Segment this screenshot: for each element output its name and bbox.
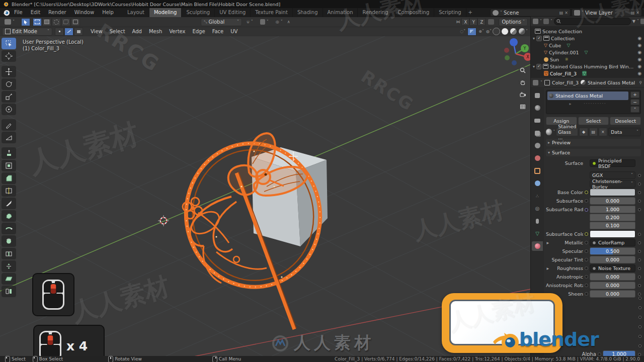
surface-panel-header[interactable]: ▾ Surface: [546, 149, 641, 156]
decorator-dot[interactable]: [638, 353, 641, 356]
tab-view-layer[interactable]: [532, 128, 543, 138]
menu-edge[interactable]: Edge: [189, 29, 208, 34]
xray-toggle[interactable]: [467, 28, 476, 36]
tool-cursor[interactable]: [2, 50, 16, 62]
animate-dot[interactable]: [585, 292, 588, 296]
tab-output[interactable]: [532, 116, 543, 125]
roughness-texture-button[interactable]: Noise Texture: [590, 264, 635, 272]
select-box-button[interactable]: [42, 18, 51, 26]
anisotropic-rotation-slider[interactable]: 0.000: [590, 282, 635, 289]
zoom-icon[interactable]: [518, 66, 527, 75]
expand-icon[interactable]: ▸: [546, 265, 550, 271]
animate-dot[interactable]: [585, 232, 588, 236]
slot-list-grip[interactable]: ▸ ··········: [547, 100, 628, 107]
tab-world[interactable]: [532, 153, 543, 163]
tab-object[interactable]: [532, 166, 543, 175]
mirror-x-button[interactable]: X: [461, 18, 469, 26]
tab-shading[interactable]: Shading: [293, 8, 323, 17]
decorator-dot[interactable]: [638, 335, 641, 338]
menu-file[interactable]: File: [10, 8, 27, 17]
fake-user-shield-button[interactable]: ◆: [579, 128, 588, 136]
tab-material[interactable]: [532, 241, 543, 251]
sheen-slider[interactable]: 0.000: [590, 290, 635, 298]
editor-type-selector[interactable]: ˅: [2, 19, 17, 26]
decorator-dot[interactable]: [638, 250, 641, 253]
mode-dropdown[interactable]: Edit Mode ˅: [2, 28, 52, 36]
new-material-button[interactable]: ▤: [589, 128, 598, 136]
anisotropic-slider[interactable]: 0.000: [590, 273, 635, 281]
animate-dot[interactable]: [585, 241, 588, 244]
menu-select[interactable]: Select: [106, 29, 129, 34]
remove-layer-icon[interactable]: ×: [636, 11, 639, 15]
falloff-icon[interactable]: ∧: [287, 20, 290, 24]
disclosure-icon[interactable]: ▾: [533, 64, 535, 69]
outliner-row-collection[interactable]: ▾ ✓ Collection ◉: [531, 35, 644, 42]
overlays-dropdown[interactable]: ◍˅: [486, 29, 492, 34]
tab-physics[interactable]: ◎: [532, 204, 543, 213]
slot-specials-button[interactable]: ˅: [630, 106, 639, 113]
select-button[interactable]: Select: [578, 117, 609, 125]
add-workspace-button[interactable]: +: [466, 8, 474, 17]
specular-slider[interactable]: 0.500: [590, 247, 635, 255]
radius-y-field[interactable]: 0.200: [590, 214, 635, 221]
material-name-field[interactable]: Stained Glass ...: [556, 128, 578, 136]
tool-measure[interactable]: [2, 132, 16, 143]
unlink-scene-icon[interactable]: ×: [565, 11, 568, 15]
tab-object-data[interactable]: ▽: [532, 229, 543, 238]
animate-dot[interactable]: [585, 266, 588, 270]
select-tweak-button[interactable]: [33, 18, 42, 26]
menu-mesh[interactable]: Mesh: [145, 29, 166, 34]
tool-inset-faces[interactable]: [2, 160, 16, 171]
tab-particles[interactable]: ∴: [532, 191, 543, 201]
view-layer-selector[interactable]: ˅ View Layer ▤ ×: [572, 9, 642, 17]
visibility-eye-icon[interactable]: ◉: [637, 50, 641, 55]
decorator-dot[interactable]: [638, 233, 641, 236]
decorator-dot[interactable]: [638, 325, 641, 328]
outliner-row-scene-collection[interactable]: Scene Collection: [531, 28, 644, 35]
new-layer-icon[interactable]: ▤: [631, 11, 635, 15]
visibility-eye-icon[interactable]: ◉: [637, 43, 641, 48]
tab-scripting[interactable]: Scripting: [434, 8, 466, 17]
material-slot-active[interactable]: Stained Glass Metal: [547, 92, 628, 100]
tab-render[interactable]: [532, 103, 543, 113]
visibility-eye-icon[interactable]: ◉: [637, 64, 641, 69]
tab-tool[interactable]: [532, 90, 543, 100]
edge-select-button[interactable]: [64, 28, 73, 36]
animate-dot[interactable]: [585, 249, 588, 253]
remove-slot-button[interactable]: −: [630, 99, 639, 106]
decorator-dot[interactable]: [638, 276, 641, 279]
tab-compositing[interactable]: Compositing: [393, 8, 435, 17]
outliner-row-sun[interactable]: Sun ☼ ◉: [531, 56, 644, 63]
decorator-dot[interactable]: [638, 241, 641, 244]
tool-shear[interactable]: [2, 273, 16, 285]
vertex-select-button[interactable]: [55, 28, 64, 36]
face-select-button[interactable]: [74, 28, 83, 36]
decorator-dot[interactable]: [638, 258, 641, 261]
outliner-display-mode-icon[interactable]: [533, 19, 538, 24]
object-visibility-dropdown[interactable]: ◌˅: [460, 29, 465, 34]
new-scene-icon[interactable]: ▤: [559, 11, 564, 15]
shading-rendered-button[interactable]: [518, 28, 526, 35]
menu-face[interactable]: Face: [209, 29, 227, 34]
decorator-dot[interactable]: [638, 267, 641, 270]
specular-tint-slider[interactable]: 0.000: [590, 256, 635, 263]
tool-select-box[interactable]: [2, 38, 16, 49]
tab-rendering[interactable]: Rendering: [358, 8, 393, 17]
decorator-dot[interactable]: [638, 183, 641, 186]
shading-wireframe-button[interactable]: [493, 28, 500, 35]
scene-selector[interactable]: ˅ Scene ▤ ×: [490, 9, 571, 17]
decorator-dot[interactable]: [638, 208, 641, 211]
radius-z-field[interactable]: 0.100: [590, 222, 635, 229]
menu-add[interactable]: Add: [129, 29, 145, 34]
active-tool-button[interactable]: [21, 18, 30, 26]
menu-window[interactable]: Window: [70, 8, 98, 17]
expand-icon[interactable]: ▸: [546, 240, 550, 245]
select-mode-extra-button[interactable]: [71, 18, 80, 26]
tool-annotate[interactable]: [2, 119, 16, 131]
tab-layout[interactable]: Layout: [123, 8, 149, 17]
menu-view[interactable]: View: [87, 29, 106, 34]
link-mode-dropdown[interactable]: Data˅: [608, 128, 641, 136]
tab-uv-editing[interactable]: UV Editing: [215, 8, 251, 17]
select-circle-button[interactable]: [52, 18, 61, 26]
metallic-texture-button[interactable]: ColorRamp: [590, 239, 635, 246]
